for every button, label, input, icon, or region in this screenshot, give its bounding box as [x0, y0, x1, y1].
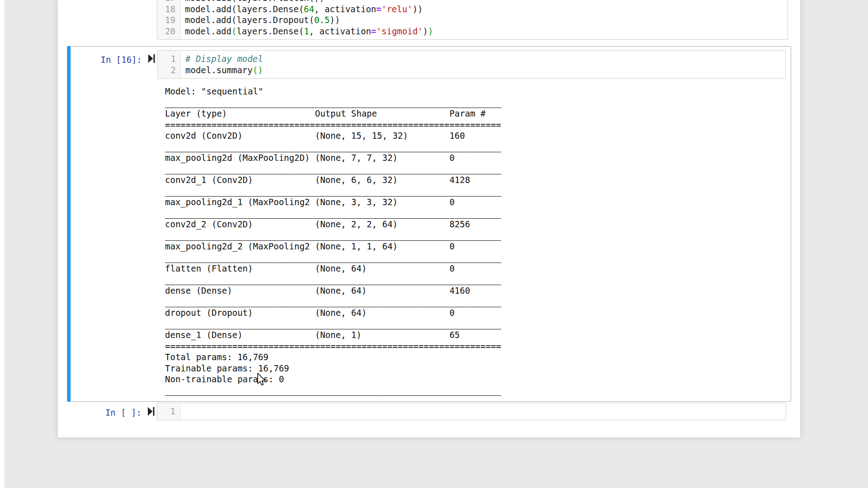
notebook-container: 17181920 model.add(layers.Flatten())mode…	[58, 0, 800, 437]
line-number-gutter: 17181920	[157, 0, 180, 39]
cell-output-text: Model: "sequential" ____________________…	[165, 86, 791, 396]
cell-output-area: Model: "sequential" ____________________…	[165, 86, 791, 396]
code-editor[interactable]	[180, 403, 786, 420]
code-cell-empty[interactable]: In [ ]: 1	[67, 403, 791, 420]
cell-input-box[interactable]: 12 # Display modelmodel.summary()	[157, 50, 786, 79]
code-editor[interactable]: # Display modelmodel.summary()	[181, 51, 785, 78]
cell-input-box[interactable]: 1	[157, 403, 786, 420]
run-cell-icon[interactable]	[148, 50, 157, 65]
mouse-cursor	[256, 372, 267, 389]
execution-prompt: In [16]:	[71, 50, 148, 66]
line-number-gutter: 1	[157, 403, 180, 420]
run-cell-icon[interactable]	[148, 403, 157, 418]
code-cell-scrolled-input[interactable]: 17181920 model.add(layers.Flatten())mode…	[157, 0, 788, 40]
code-cell-active[interactable]: In [16]: 12 # Display modelmodel.summary…	[67, 46, 791, 402]
execution-prompt: In [ ]:	[70, 403, 148, 418]
line-number-gutter: 12	[158, 51, 181, 78]
window-left-edge	[0, 0, 5, 488]
code-editor[interactable]: model.add(layers.Flatten())model.add(lay…	[180, 0, 788, 39]
